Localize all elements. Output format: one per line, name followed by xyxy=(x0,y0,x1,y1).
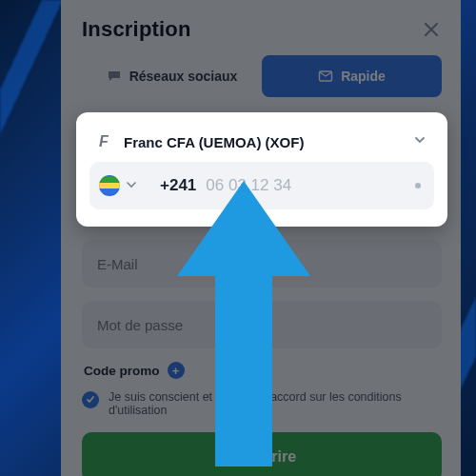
phone-input-row: +241 06 03 12 34 xyxy=(89,162,434,209)
terms-checkbox[interactable] xyxy=(82,391,99,408)
tab-quick-label: Rapide xyxy=(341,69,386,84)
signup-tabs: Réseaux sociaux Rapide xyxy=(82,55,442,97)
card-header: Inscription xyxy=(82,17,442,42)
terms-text: Je suis conscient et j'accepte l'accord … xyxy=(109,390,442,417)
tab-quick[interactable]: Rapide xyxy=(262,55,442,97)
chevron-down-icon[interactable] xyxy=(126,177,137,194)
password-field[interactable]: Mot de passe xyxy=(82,301,442,348)
currency-label: Franc CFA (UEMOA) (XOF) xyxy=(124,134,404,150)
promo-label: Code promo xyxy=(84,364,160,378)
close-icon[interactable] xyxy=(421,19,442,40)
tab-social[interactable]: Réseaux sociaux xyxy=(82,55,262,97)
country-flag-icon[interactable] xyxy=(99,175,120,196)
submit-label: S'inscrire xyxy=(228,448,296,465)
phone-input[interactable]: 06 03 12 34 xyxy=(206,176,415,195)
email-placeholder: E-Mail xyxy=(97,256,138,272)
terms-row: Je suis conscient et j'accepte l'accord … xyxy=(82,390,442,417)
highlighted-inputs: F Franc CFA (UEMOA) (XOF) +241 06 03 12 … xyxy=(76,112,447,227)
plus-icon: + xyxy=(168,362,185,379)
submit-button[interactable]: S'inscrire xyxy=(82,432,442,476)
page-title: Inscription xyxy=(82,17,191,42)
tab-social-label: Réseaux sociaux xyxy=(129,69,238,84)
promo-code-toggle[interactable]: Code promo + xyxy=(84,362,442,379)
mail-icon xyxy=(318,69,333,84)
password-placeholder: Mot de passe xyxy=(97,317,183,333)
chevron-down-icon xyxy=(413,133,426,150)
chat-icon xyxy=(107,69,122,84)
dial-code: +241 xyxy=(160,176,196,195)
signup-card: Inscription Réseaux sociaux Rapide F Fra… xyxy=(61,0,461,476)
status-dot-icon xyxy=(415,183,421,188)
email-field[interactable]: E-Mail xyxy=(82,240,442,288)
currency-select[interactable]: F Franc CFA (UEMOA) (XOF) xyxy=(89,126,434,162)
currency-icon: F xyxy=(93,131,114,152)
